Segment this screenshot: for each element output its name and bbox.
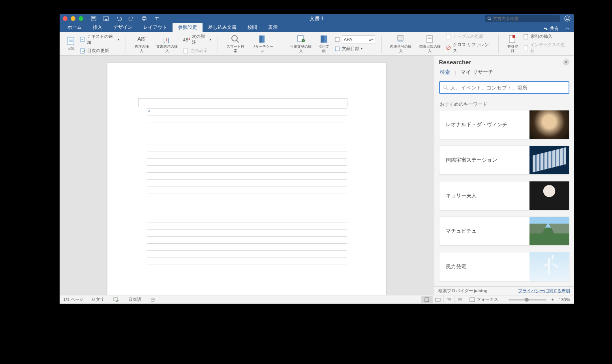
svg-rect-53 xyxy=(436,298,440,301)
tab-insert[interactable]: 挿入 xyxy=(87,23,108,32)
word-count[interactable]: 0 文字 xyxy=(92,297,105,302)
svg-rect-35 xyxy=(335,37,339,41)
insert-table-figures-button[interactable]: 図表目次の挿入 xyxy=(416,34,443,54)
thumbnail-curie xyxy=(529,181,569,210)
minimize-window[interactable] xyxy=(71,16,75,21)
svg-point-49 xyxy=(443,86,447,89)
researcher-tab-search[interactable]: 検索 xyxy=(439,69,451,76)
svg-point-8 xyxy=(565,16,570,21)
qat-customize-icon[interactable] xyxy=(154,15,160,22)
track-changes-icon[interactable] xyxy=(150,297,156,302)
print-layout-view[interactable] xyxy=(421,296,432,303)
document-title: 文書 1 xyxy=(310,15,324,22)
document-canvas[interactable]: ⤶ xyxy=(60,56,434,295)
svg-rect-39 xyxy=(427,35,432,43)
tab-review[interactable]: 校閲 xyxy=(242,23,263,32)
spellcheck-icon[interactable] xyxy=(113,297,120,302)
update-index-button[interactable]: インデックスの更新 xyxy=(523,41,569,54)
language-indicator[interactable]: 日本語 xyxy=(128,297,141,302)
card-label: キュリー夫人 xyxy=(446,192,477,199)
undo-icon[interactable] xyxy=(116,15,122,22)
show-notes-button[interactable]: 注の表示 xyxy=(182,47,212,54)
print-icon[interactable] xyxy=(141,15,147,22)
tab-references[interactable]: 参照設定 xyxy=(173,23,203,32)
insert-citation-button[interactable]: + 引用文献の挿入 xyxy=(288,34,314,54)
svg-point-11 xyxy=(544,28,546,29)
researcher-search-input[interactable] xyxy=(451,85,565,91)
card-label: マチュピチュ xyxy=(446,228,477,235)
autosave-icon[interactable] xyxy=(90,15,97,22)
svg-rect-34 xyxy=(324,35,327,43)
researcher-button[interactable]: リサーチツール xyxy=(249,34,276,54)
svg-point-6 xyxy=(488,17,490,19)
page[interactable]: ⤶ xyxy=(107,63,386,295)
thumbnail-iss xyxy=(529,146,569,174)
tab-mailings[interactable]: 差し込み文書 xyxy=(203,23,242,32)
content-area: ⤶ Researcher ✕ 検索 | マイ リサーチ xyxy=(60,56,574,295)
svg-text:+: + xyxy=(302,39,304,42)
smart-lookup-button[interactable]: スマート検索 xyxy=(223,34,247,54)
cross-reference-button[interactable]: クロス リファレンス xyxy=(445,41,493,54)
svg-line-27 xyxy=(237,40,239,43)
suggestion-card[interactable]: マチュピチュ xyxy=(439,217,569,246)
svg-text:AB: AB xyxy=(137,36,145,42)
outline-view[interactable] xyxy=(443,296,454,303)
svg-rect-1 xyxy=(92,17,95,19)
feedback-icon[interactable] xyxy=(564,15,571,22)
zoom-out-button[interactable]: − xyxy=(502,297,505,302)
tab-layout[interactable]: レイアウト xyxy=(138,23,173,32)
next-footnote-button[interactable]: AB1 次の脚注 ▾ xyxy=(182,33,212,46)
zoom-in-button[interactable]: ＋ xyxy=(550,297,555,302)
window-controls xyxy=(63,16,83,21)
close-icon[interactable]: ✕ xyxy=(563,59,569,65)
svg-line-7 xyxy=(490,19,491,21)
svg-rect-33 xyxy=(321,35,324,43)
svg-rect-51 xyxy=(114,298,118,301)
insert-footnote-button[interactable]: AB1 脚注の挿入 xyxy=(131,34,152,54)
tab-view[interactable]: 表示 xyxy=(263,23,283,32)
redo-icon[interactable] xyxy=(128,15,135,22)
svg-rect-46 xyxy=(513,35,515,38)
zoom-slider[interactable] xyxy=(509,299,546,301)
suggestion-card[interactable]: レオナルド・ダ・ヴィンチ xyxy=(439,110,569,139)
page-count[interactable]: 1/1 ページ xyxy=(64,297,84,302)
draft-view[interactable] xyxy=(454,296,466,303)
ribbon: 目次 + テキストの追加 ▾ 目次の更新 AB1 脚注の挿入 [i] xyxy=(60,32,574,56)
save-icon[interactable] xyxy=(103,15,109,22)
insert-caption-button[interactable]: 図表番号の挿入 xyxy=(387,34,415,54)
suggestion-card[interactable]: 国際宇宙ステーション xyxy=(439,146,569,175)
share-button[interactable]: 共有 xyxy=(543,25,561,32)
update-table-button[interactable]: テーブルの更新 xyxy=(445,33,493,40)
researcher-tab-myresearch[interactable]: マイ リサーチ xyxy=(460,69,494,76)
tab-home[interactable]: ホーム xyxy=(62,23,87,32)
add-text-button[interactable]: + テキストの追加 ▾ xyxy=(79,33,120,46)
thumbnail-machu xyxy=(529,217,569,245)
tab-design[interactable]: デザイン xyxy=(108,23,138,32)
svg-rect-25 xyxy=(184,49,188,53)
citations-button[interactable]: 引用文献 xyxy=(316,34,332,54)
researcher-search[interactable] xyxy=(439,81,569,94)
svg-text:i: i xyxy=(166,37,167,42)
svg-rect-42 xyxy=(446,34,450,39)
zoom-window[interactable] xyxy=(79,16,83,21)
suggestion-card[interactable]: キュリー夫人 xyxy=(439,181,569,210)
update-toc-button[interactable]: 目次の更新 xyxy=(79,47,120,54)
mark-index-entry-button[interactable]: 索引登録 xyxy=(504,34,521,54)
collapse-ribbon-icon[interactable]: ︿ xyxy=(561,24,574,32)
document-search[interactable] xyxy=(485,15,560,22)
insert-endnote-button[interactable]: [i] 文末脚注の挿入 xyxy=(153,34,180,54)
svg-rect-5 xyxy=(143,19,145,21)
privacy-link[interactable]: プライバシーに関する声明 xyxy=(518,288,570,294)
insert-index-button[interactable]: 索引の挿入 xyxy=(523,33,569,40)
close-window[interactable] xyxy=(63,16,68,21)
focus-mode-button[interactable]: フォーカス xyxy=(469,297,498,302)
zoom-level[interactable]: 130% xyxy=(559,297,570,302)
text-cursor: ⤶ xyxy=(147,109,150,114)
web-layout-view[interactable] xyxy=(432,296,443,303)
suggestion-card[interactable]: 風力発電 xyxy=(439,252,569,281)
svg-text:[: [ xyxy=(163,37,165,43)
document-search-input[interactable] xyxy=(493,16,557,21)
bibliography-button[interactable]: 文献目録 ▾ xyxy=(334,45,376,52)
toc-button[interactable]: 目次 xyxy=(64,35,78,51)
citation-style-combo[interactable]: APA▴▾ xyxy=(334,35,376,44)
